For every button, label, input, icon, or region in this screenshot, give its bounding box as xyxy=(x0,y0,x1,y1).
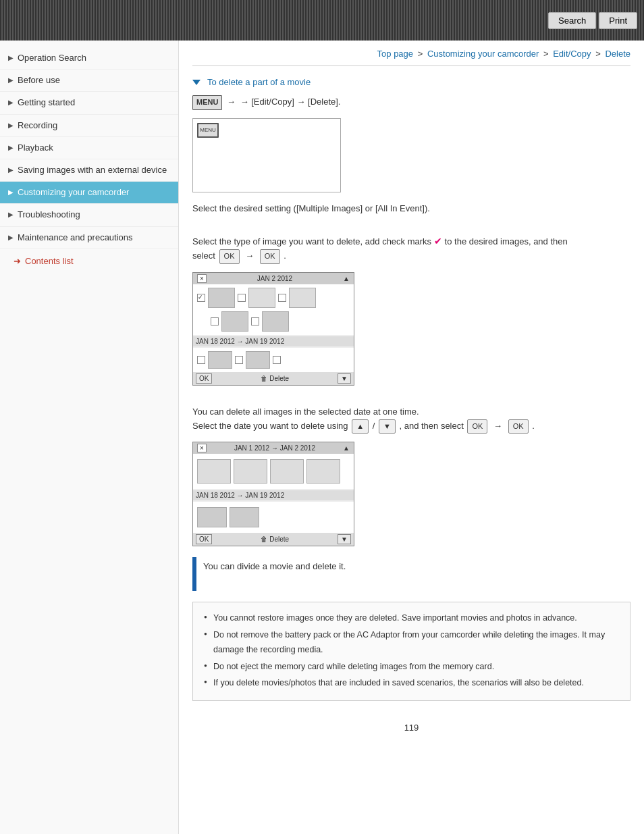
sidebar-item-label: Maintenance and precautions xyxy=(18,232,171,244)
arrow-right-icon: ➜ xyxy=(14,256,21,266)
sidebar-item-getting-started[interactable]: ▶ Getting started xyxy=(0,92,178,114)
menu-icon-box: MENU xyxy=(197,123,219,138)
sidebar-item-recording[interactable]: ▶ Recording xyxy=(0,115,178,137)
sidebar-item-saving-images[interactable]: ▶ Saving images with an external device xyxy=(0,159,178,182)
instruction-3-post: to the desired images, and then xyxy=(445,236,568,246)
page-layout: ▶ Operation Search ▶ Before use ▶ Gettin… xyxy=(0,41,644,834)
thumbnail-1 xyxy=(208,288,235,308)
thumbnail-12 xyxy=(197,507,227,527)
section-title: To delete a part of a movie xyxy=(207,77,311,87)
sidebar-item-operation-search[interactable]: ▶ Operation Search xyxy=(0,47,178,70)
screen-date-bar-1: JAN 18 2012 → JAN 19 2012 xyxy=(193,336,354,346)
breadcrumb-top[interactable]: Top page xyxy=(377,49,414,59)
checkbox-8 xyxy=(273,356,281,364)
arrow-icon-3: → xyxy=(493,421,502,431)
period: . xyxy=(284,251,286,261)
instruction-2: Select the desired setting ([Multiple Im… xyxy=(192,202,630,216)
chevron-right-icon: ▶ xyxy=(8,165,14,175)
note-item-1: You cannot restore images once they are … xyxy=(204,610,619,626)
screen-ok-btn-2: OK xyxy=(196,534,212,544)
instruction-2-text: Select the desired setting ([Multiple Im… xyxy=(192,203,430,213)
instruction-4-pre: You can delete all images in the selecte… xyxy=(192,407,419,417)
screen-footer-1: OK 🗑 Delete ▼ xyxy=(193,372,354,385)
header-buttons: Search Print xyxy=(548,12,637,29)
menu-screen-mockup: MENU xyxy=(192,118,341,192)
screen-row-5 xyxy=(197,504,350,530)
sidebar-item-playback[interactable]: ▶ Playback xyxy=(0,137,178,159)
screen-down-btn: ▼ xyxy=(338,373,351,384)
thumbnail-2 xyxy=(248,288,275,308)
page-number: 119 xyxy=(192,712,630,738)
print-button[interactable]: Print xyxy=(599,12,637,29)
section-heading: To delete a part of a movie xyxy=(192,77,630,87)
screen-x-icon-2: × xyxy=(197,444,207,452)
screen-body-2 xyxy=(193,454,354,489)
breadcrumb-delete[interactable]: Delete xyxy=(605,49,630,59)
header: Search Print xyxy=(0,0,644,41)
up-button: ▲ xyxy=(352,419,369,434)
checkbox-6 xyxy=(197,356,205,364)
chevron-right-icon: ▶ xyxy=(8,98,14,107)
sidebar-item-troubleshooting[interactable]: ▶ Troubleshooting xyxy=(0,204,178,226)
screen-date-2: JAN 1 2012 → JAN 2 2012 xyxy=(234,444,315,452)
sidebar-item-label: Recording xyxy=(18,120,171,132)
instruction-3-pre: Select the type of image you want to del… xyxy=(192,236,431,246)
screen-x-icon: × xyxy=(197,274,207,283)
checkbox-7 xyxy=(235,356,243,364)
ok-button-4: OK xyxy=(508,419,529,434)
triangle-down-icon xyxy=(192,80,200,85)
sidebar-item-label: Playback xyxy=(18,142,171,154)
screen-body-1b xyxy=(193,348,354,372)
note-item-3: Do not eject the memory card while delet… xyxy=(204,659,619,675)
screen-row-3 xyxy=(197,350,350,369)
contents-list-link[interactable]: ➜ Contents list xyxy=(0,249,178,273)
ok-button-1: OK xyxy=(219,249,240,264)
instruction-4: You can delete all images in the selecte… xyxy=(192,405,630,434)
chevron-right-icon: ▶ xyxy=(8,53,14,63)
screen-delete-label-1: 🗑 Delete xyxy=(261,375,289,382)
checkbox-5 xyxy=(251,317,259,325)
breadcrumb-customizing[interactable]: Customizing your camcorder xyxy=(427,49,539,59)
screen-row-2 xyxy=(197,309,350,332)
breadcrumb-editcopy[interactable]: Edit/Copy xyxy=(553,49,591,59)
screen-header-1: × JAN 2 2012 ▲ xyxy=(193,273,354,284)
sidebar-item-maintenance[interactable]: ▶ Maintenance and precautions xyxy=(0,227,178,249)
sidebar-item-label: Operation Search xyxy=(18,52,171,64)
screen-mockup-1: × JAN 2 2012 ▲ xyxy=(192,272,354,386)
sidebar: ▶ Operation Search ▶ Before use ▶ Gettin… xyxy=(0,41,179,834)
screen-body-1 xyxy=(193,284,354,335)
screen-delete-label-2: 🗑 Delete xyxy=(261,536,289,543)
chevron-right-icon: ▶ xyxy=(8,233,14,242)
blue-bar-icon xyxy=(192,557,196,591)
screen-up-icon: ▲ xyxy=(343,275,350,282)
search-button[interactable]: Search xyxy=(548,12,596,29)
thumbnail-10 xyxy=(270,459,304,484)
thumbnail-11 xyxy=(306,459,340,484)
thumbnail-4 xyxy=(221,311,248,332)
screen-date-range-1: JAN 18 2012 → JAN 19 2012 xyxy=(196,338,284,345)
screen-header-2: × JAN 1 2012 → JAN 2 2012 ▲ xyxy=(193,442,354,454)
sidebar-item-label: Customizing your camcorder xyxy=(18,186,171,199)
menu-text: MENU xyxy=(200,127,216,133)
instruction-1: MENU → → [Edit/Copy] → [Delete]. xyxy=(192,95,630,110)
chevron-right-icon: ▶ xyxy=(8,188,14,197)
ok-button-2: OK xyxy=(260,249,280,264)
sidebar-item-label: Getting started xyxy=(18,97,171,109)
sidebar-item-before-use[interactable]: ▶ Before use xyxy=(0,70,178,92)
arrow-icon-2: → xyxy=(245,251,254,261)
screen-date-1: JAN 2 2012 xyxy=(257,275,292,282)
instruction-4-select: Select the date you want to delete using xyxy=(192,421,348,431)
instruction-4-then: , and then select xyxy=(399,421,463,431)
screen-row-1 xyxy=(197,287,350,309)
sidebar-item-customizing[interactable]: ▶ Customizing your camcorder xyxy=(0,182,178,204)
thumbnail-8 xyxy=(197,459,231,484)
sidebar-item-label: Saving images with an external device xyxy=(18,164,171,176)
period2: . xyxy=(532,421,535,431)
chevron-right-icon: ▶ xyxy=(8,76,14,85)
chevron-right-icon: ▶ xyxy=(8,143,14,153)
thumbnail-5 xyxy=(262,311,289,332)
thumbnail-9 xyxy=(234,459,267,484)
notes-box: You cannot restore images once they are … xyxy=(192,602,630,701)
instruction-1-text: → [Edit/Copy] → [Delete]. xyxy=(240,97,341,107)
checkbox-4 xyxy=(211,317,219,325)
